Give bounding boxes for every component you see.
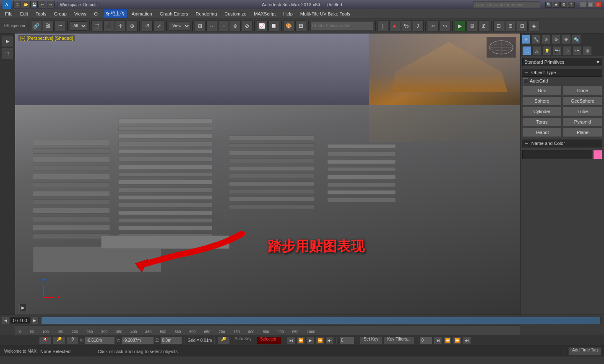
tube-button[interactable]: Tube [563,107,602,116]
modify-tab[interactable]: 🔧 [531,35,541,44]
shapes-subtab[interactable]: △ [532,46,542,55]
open-btn[interactable]: 📂 [22,1,29,8]
manage-layers-btn[interactable]: ⊘ [242,21,253,31]
render-setup-btn[interactable]: 🖼 [295,21,306,31]
menu-graph-editors[interactable]: Graph Editors [156,10,192,17]
menu-file[interactable]: File [2,10,16,17]
utilities-tab[interactable]: 🔩 [572,35,581,44]
systems-subtab[interactable]: ⊞ [583,46,592,55]
menu-group[interactable]: Group [50,10,70,17]
plane-button[interactable]: Plane [563,128,602,137]
menu-edit[interactable]: Edit [17,10,31,17]
snap-to-btn[interactable]: | [378,21,388,31]
render-btn[interactable]: ▶ [455,21,466,31]
time-input[interactable] [420,337,432,344]
key-go-end-btn[interactable]: ⏭ [463,336,471,345]
select-move-btn[interactable]: ✛ [115,21,126,31]
workspace-label[interactable]: Workspace: Default [57,2,99,8]
new-btn[interactable]: □ [13,1,21,8]
menu-tools[interactable]: Tools [32,10,50,17]
schematic-btn[interactable]: 🔲 [268,21,279,31]
display-tab[interactable]: 👁 [562,35,571,44]
key-filters-btn[interactable]: Key Filters... [383,336,414,345]
save-btn[interactable]: 💾 [30,1,38,8]
frame-input[interactable] [339,337,354,344]
menu-cr[interactable]: Cr [91,10,102,17]
object-name-input[interactable] [522,150,592,159]
lp-btn-2[interactable]: ⬚ [2,48,13,59]
extra-btn-4[interactable]: ◈ [528,21,539,31]
key-next-btn[interactable]: ⏩ [453,336,461,345]
create-selection-input[interactable] [310,22,373,30]
geometry-subtab[interactable]: ⬚ [522,46,531,55]
cameras-subtab[interactable]: 📷 [552,46,562,55]
motion-tab[interactable]: ⟳ [552,35,561,44]
select-btn[interactable]: ⬚ [91,21,102,31]
auto-key-btn[interactable]: Selected [256,336,281,345]
prev-frame-btn[interactable]: ⏪ [297,336,305,345]
settings-icon[interactable]: ⚙ [560,2,567,8]
pivot-btn[interactable]: ⊞ [195,21,206,31]
viewport-play-btn[interactable]: ▶ [19,304,27,311]
key-go-start-btn[interactable]: ⏮ [434,336,442,345]
bind-space-warp-btn[interactable]: 〜 [55,21,65,31]
redo-btn[interactable]: ↪ [47,1,55,8]
add-time-tag-btn[interactable]: Add Time Tag [568,347,601,356]
menu-animation[interactable]: Animation [128,10,156,17]
menu-maxscript[interactable]: MAXScript [250,10,279,17]
search-icon[interactable]: 🔍 [545,2,552,8]
undo-btn[interactable]: ↩ [39,1,46,8]
percent-snap-btn[interactable]: % [401,21,412,31]
primitives-dropdown[interactable]: Standard Primitives ▼ [522,58,602,66]
menu-help[interactable]: Help [280,10,296,17]
pyramid-button[interactable]: Pyramid [563,117,602,126]
torus-button[interactable]: Torus [522,117,562,126]
scale-btn[interactable]: ⤢ [154,21,164,31]
sound-toggle-btn[interactable]: 🔇 [39,336,52,345]
next-frame-btn[interactable]: ⏩ [316,336,324,345]
x-coord-input[interactable] [85,337,115,344]
spinner-snap-btn[interactable]: ⤴ [413,21,424,31]
select-object-btn[interactable]: ⊕ [127,21,138,31]
extra-btn-3[interactable]: ⊟ [517,21,528,31]
render-active-btn[interactable]: 🖥 [466,21,477,31]
play-btn[interactable]: ▶ [306,336,315,345]
timeline-scrubbar[interactable] [41,317,601,324]
color-swatch[interactable] [593,150,602,159]
material-editor-btn[interactable]: 🎨 [284,21,294,31]
key-prev-btn[interactable]: ⏪ [443,336,452,345]
view-dropdown[interactable]: View [169,21,190,31]
close-button[interactable]: ✕ [595,2,601,8]
box-button[interactable]: Box [522,86,562,95]
unlink-btn[interactable]: ⛓ [43,21,54,31]
layer-btn[interactable]: ⊗ [230,21,241,31]
cone-button[interactable]: Cone [563,86,602,95]
lights-subtab[interactable]: 💡 [542,46,552,55]
extra-btn-2[interactable]: ⊠ [505,21,516,31]
question-icon[interactable]: ? [568,2,575,8]
redo-scene-btn[interactable]: ↪ [440,21,450,31]
time-config-btn[interactable]: ⏱ [67,336,78,345]
render-last-btn[interactable]: 🖹 [478,21,489,31]
y-coord-input[interactable] [121,337,154,344]
create-tab[interactable]: ⊕ [521,35,531,44]
z-coord-input[interactable] [160,337,182,344]
sphere-button[interactable]: Sphere [522,96,562,106]
rotate-btn[interactable]: ↺ [142,21,153,31]
curve-editor-btn[interactable]: 📈 [257,21,268,31]
lp-play-btn[interactable]: ▶ [2,35,13,47]
autogrid-checkbox[interactable] [523,78,528,83]
extra-btn-1[interactable]: ⊡ [493,21,504,31]
maximize-button[interactable]: □ [587,2,594,8]
snap-angle-btn[interactable]: 🔺 [389,21,400,31]
select-link-btn[interactable]: 🔗 [31,21,42,31]
menu-plugin[interactable]: 拓维上传 [103,9,128,18]
spacewarps-subtab[interactable]: 〜 [573,46,582,55]
menu-rendering[interactable]: Rendering [193,10,221,17]
search-input[interactable] [473,1,540,8]
key-icon-btn[interactable]: 🔑 [217,336,230,345]
menu-multitile[interactable]: Multi-Tile UV Bake Tools [297,10,354,17]
align-btn[interactable]: ≡ [218,21,229,31]
teapot-button[interactable]: Teapot [522,128,562,137]
go-to-start-btn[interactable]: ⏮ [287,336,295,345]
